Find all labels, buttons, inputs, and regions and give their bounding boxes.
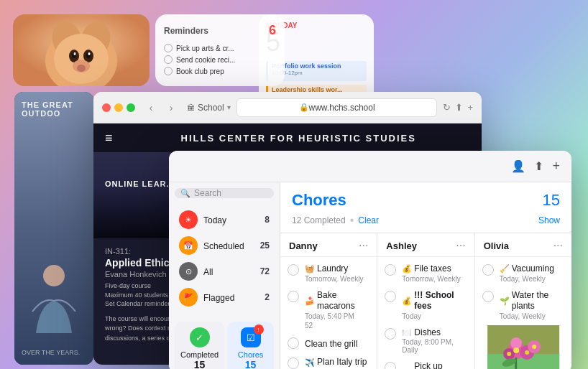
italy-title: Plan Italy trip	[317, 357, 367, 368]
fees-content: 💰 !!! School fees Today	[402, 290, 467, 320]
grill-item: Clean the grill	[280, 333, 377, 354]
cal-event-1-time: 10:00-12pm	[272, 70, 363, 76]
danny-more-button[interactable]: ···	[359, 239, 368, 252]
svg-point-4	[54, 34, 109, 84]
search-box[interactable]: 🔍 Search	[175, 188, 274, 198]
tab-icon: 🏛	[187, 103, 195, 112]
dishes-content: 🍽️ Dishes Today, 8:00 PM, Daily	[402, 327, 467, 355]
add-reminder-button[interactable]: +	[552, 159, 560, 174]
school-menu-icon[interactable]: ≡	[105, 131, 113, 146]
browser-toolbar: ‹ › 🏛 School ▾ 🔒 www.hchs.school ↻ ⬆ +	[93, 92, 482, 123]
italy-item: ✈️ Plan Italy trip Need to confirm wheth…	[280, 353, 377, 369]
plants-title: Water the plants	[512, 290, 564, 312]
svg-point-12	[77, 65, 86, 72]
minimize-dot[interactable]	[114, 103, 123, 112]
svg-point-39	[532, 345, 536, 349]
reminder-text-1: Pick up arts & cr...	[176, 45, 234, 52]
reminder-widget-item-1: Pick up arts & cr...	[164, 44, 276, 52]
browser-dots	[102, 103, 135, 112]
completed-icon: ✓	[190, 327, 210, 347]
maximize-dot[interactable]	[127, 103, 135, 112]
taxes-check[interactable]	[385, 264, 396, 276]
fees-title: !!! School fees	[414, 290, 467, 312]
dishes-check[interactable]	[385, 328, 396, 340]
scheduled-info: Scheduled	[203, 239, 254, 252]
vacuum-emoji: 🧹	[500, 264, 510, 274]
flagged-icon: 🚩	[179, 288, 198, 307]
outdoor-title: THE GREAT OUTDOO	[22, 101, 86, 118]
smart-list-scheduled[interactable]: 📅 Scheduled 25	[175, 233, 274, 258]
ashley-name: Ashley	[386, 240, 417, 251]
person-icon[interactable]: 👤	[511, 159, 525, 173]
today-icon: ☀	[179, 210, 198, 229]
online-learning-badge: ONLINE LEAR...	[105, 179, 175, 188]
plants-check[interactable]	[482, 291, 494, 302]
browser-action-area: ↻ ⬆ +	[443, 102, 473, 113]
olivia-more-button[interactable]: ···	[553, 239, 563, 252]
taxes-emoji: 💰	[402, 264, 412, 274]
refresh-button[interactable]: ↻	[443, 102, 451, 113]
italy-check[interactable]	[288, 358, 299, 369]
plants-content: 🌱 Water the plants Today, Weekly	[500, 290, 564, 320]
olivia-photo-container	[475, 324, 571, 369]
macarons-item: 🍰 Bake macarons Today, 5:40 PM 52	[280, 286, 377, 333]
all-icon: ⊙	[179, 262, 198, 281]
italy-content: ✈️ Plan Italy trip Need to confirm wheth…	[305, 357, 369, 369]
address-bar[interactable]: 🔒 www.hchs.school	[236, 98, 438, 117]
smart-list-flagged[interactable]: 🚩 Flagged 2	[175, 284, 274, 310]
back-button[interactable]: ‹	[144, 101, 158, 115]
svg-point-13	[43, 265, 65, 286]
chores-subtitle: 12 Completed • Clear Show	[280, 214, 571, 233]
svg-point-9	[74, 52, 76, 55]
smart-list-all[interactable]: ⊙ All 72	[175, 258, 274, 284]
laundry-check[interactable]	[288, 264, 299, 276]
svg-point-38	[525, 350, 529, 355]
chores-icon: ☑ !	[241, 327, 261, 347]
outdoor-subtitle: OVER THE YEARS.	[22, 349, 86, 356]
close-dot[interactable]	[102, 103, 111, 112]
forward-button[interactable]: ›	[164, 101, 178, 115]
grill-check[interactable]	[288, 337, 299, 349]
cake-title: Pick up birthday cake for 🐕 Sparky	[414, 361, 467, 369]
taxes-content: 💰 File taxes Tomorrow, Weekly	[402, 263, 467, 283]
ashley-more-button[interactable]: ···	[456, 239, 465, 252]
tab-area: 🏛 School ▾	[187, 103, 231, 113]
cake-item: 🎂 Pick up birthday cake for 🐕 Sparky	[377, 358, 474, 369]
chores-label: Chores	[233, 350, 268, 359]
fees-check[interactable]	[385, 291, 396, 302]
completed-count: 15	[180, 359, 219, 369]
add-tab-button[interactable]: +	[467, 102, 473, 113]
macarons-check[interactable]	[288, 291, 299, 302]
cake-check[interactable]	[385, 362, 396, 369]
olivia-header: Olivia ···	[475, 233, 571, 257]
svg-point-10	[88, 52, 91, 55]
completed-count-text: 12 Completed	[292, 215, 346, 225]
danny-column: Danny ··· 🧺 Laundry Tom	[280, 233, 377, 369]
vacuum-title: Vacuuming	[512, 263, 554, 275]
plants-item: 🌱 Water the plants Today, Weekly	[475, 286, 571, 324]
reminders-widget-count: 6	[269, 23, 276, 38]
reminder-circle-3	[164, 67, 173, 75]
svg-point-33	[510, 337, 522, 349]
reminders-app-window: 👤 ⬆ + 🔍 Search ☀ Today 8 📅	[169, 151, 571, 369]
smart-list-chores[interactable]: ☑ ! Chores 15	[227, 322, 274, 369]
smart-list-today[interactable]: ☀ Today 8	[175, 207, 274, 233]
vacuum-sub: Today, Weekly	[500, 275, 564, 283]
reminders-topbar: 👤 ⬆ +	[169, 151, 571, 182]
reminder-circle-2	[164, 55, 173, 64]
share-button[interactable]: ⬆	[455, 102, 463, 113]
today-info: Today	[203, 213, 259, 226]
ashley-items: 💰 File taxes Tomorrow, Weekly	[377, 257, 474, 369]
vacuum-check[interactable]	[482, 264, 494, 276]
taxes-item: 💰 File taxes Tomorrow, Weekly	[377, 260, 474, 286]
chores-content: Chores 15 12 Completed • Clear Show Dann…	[280, 182, 571, 369]
reminders-widget-title: Reminders	[164, 26, 208, 36]
grill-content: Clean the grill	[305, 337, 369, 350]
tab-label[interactable]: School	[198, 103, 224, 113]
share-icon[interactable]: ⬆	[534, 159, 543, 173]
chores-badge: !	[254, 324, 264, 335]
clear-button[interactable]: Clear	[358, 215, 379, 225]
plants-sub: Today, Weekly	[500, 312, 564, 320]
show-button[interactable]: Show	[538, 215, 560, 225]
smart-list-completed[interactable]: ✓ Completed 15	[175, 322, 224, 369]
